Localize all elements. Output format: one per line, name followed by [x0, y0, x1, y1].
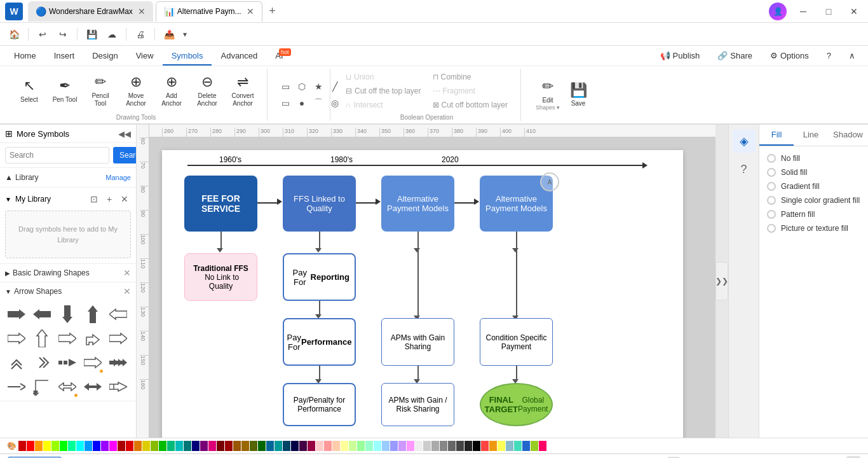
arrow-left-solid[interactable]: [31, 303, 53, 326]
arc-shape[interactable]: ⌒: [311, 95, 326, 111]
single-color-gradient-option[interactable]: Single color gradient fill: [767, 196, 860, 205]
star-shape[interactable]: ★: [311, 79, 326, 94]
color-swatch[interactable]: [498, 441, 505, 451]
color-swatch[interactable]: [506, 441, 513, 451]
arrow-down-left[interactable]: [31, 375, 53, 398]
color-swatch[interactable]: [118, 441, 125, 451]
save-local-button[interactable]: 💾: [83, 25, 100, 43]
color-swatch[interactable]: [142, 441, 150, 451]
condition-payment-box[interactable]: Condition Specific Payment: [480, 318, 553, 366]
arrow-right-flat[interactable]: [107, 327, 130, 350]
color-swatch[interactable]: [35, 441, 43, 451]
solid-fill-option[interactable]: Solid fill: [767, 168, 860, 177]
fill-tab[interactable]: Fill: [759, 125, 794, 146]
color-swatch[interactable]: [275, 441, 282, 451]
search-button[interactable]: Search: [113, 147, 137, 163]
fit-screen-button[interactable]: ⊡: [846, 456, 860, 459]
add-anchor-tool[interactable]: ⊕ Add Anchor: [155, 71, 188, 109]
right-collapse-button[interactable]: ❯❯: [715, 262, 728, 300]
apm1-box[interactable]: Altermative Payment Models: [381, 176, 454, 232]
basic-shapes-close[interactable]: ✕: [123, 268, 131, 278]
close-icon-btn[interactable]: ✕: [118, 193, 131, 205]
color-swatch[interactable]: [341, 441, 348, 451]
arrow-right-tab[interactable]: [81, 351, 104, 374]
color-swatch[interactable]: [390, 441, 398, 451]
color-swatch[interactable]: [167, 441, 175, 451]
arrow-left-right-outline[interactable]: [56, 375, 79, 398]
color-swatch[interactable]: [126, 441, 133, 451]
color-swatch[interactable]: [539, 441, 546, 451]
redo-button[interactable]: ↪: [54, 25, 72, 43]
color-swatch[interactable]: [93, 441, 100, 451]
color-swatch[interactable]: [374, 441, 381, 451]
arrow-stripe-right2[interactable]: [5, 375, 28, 398]
round-rect-shape[interactable]: ▭: [278, 95, 293, 111]
fragment-op[interactable]: ⋯ Fragment: [428, 85, 513, 97]
circle-shape[interactable]: ●: [294, 95, 309, 111]
fee-for-service-box[interactable]: FEE FOR SERVICE: [184, 176, 257, 232]
color-swatch[interactable]: [489, 441, 497, 451]
color-swatch[interactable]: [134, 441, 142, 451]
symbols-panel-header[interactable]: ⊞ More Symbols ◀◀: [0, 125, 136, 143]
color-swatch[interactable]: [109, 441, 117, 451]
color-swatch[interactable]: [465, 441, 472, 451]
expand-icon-btn[interactable]: ⊡: [88, 193, 100, 205]
apms-gain-sharing-box[interactable]: APMs with Gain Sharing: [381, 318, 454, 366]
color-swatch[interactable]: [283, 441, 290, 451]
ffs-linked-box[interactable]: FFS Linked to Quality: [283, 176, 356, 232]
color-swatch[interactable]: [440, 441, 447, 451]
arrow-turn-left[interactable]: [81, 327, 104, 350]
pay-performance-box[interactable]: Pay For Performance: [283, 318, 356, 366]
print-button[interactable]: 🖨: [132, 25, 149, 43]
move-anchor-tool[interactable]: ⊕ Move Anchor: [119, 71, 153, 109]
arrow-right-outline2[interactable]: [56, 327, 79, 350]
canvas-container[interactable]: 1960's 1980's 2020 FEE FOR SERVICE FFS L…: [149, 137, 715, 438]
color-swatch[interactable]: [217, 441, 224, 451]
cut-top-op[interactable]: ⊟ Cut off the top layer: [341, 85, 426, 97]
line-tab[interactable]: Line: [794, 125, 828, 146]
pay-reporting-box[interactable]: Pay For Reporting: [283, 253, 356, 301]
color-swatch[interactable]: [456, 441, 464, 451]
share-button[interactable]: 🔗 Share: [710, 47, 760, 64]
color-swatch[interactable]: [184, 441, 191, 451]
color-swatch[interactable]: [357, 441, 365, 451]
tab-ai[interactable]: AI hot: [266, 47, 292, 66]
color-swatch[interactable]: [60, 441, 67, 451]
convert-anchor-tool[interactable]: ⇌ Convert Anchor: [226, 71, 259, 109]
no-fill-option[interactable]: No fill: [767, 154, 860, 163]
pen-tool[interactable]: ✒ Pen Tool: [48, 75, 81, 106]
home-button[interactable]: 🏠: [5, 25, 23, 43]
rect-shape[interactable]: ▭: [278, 79, 293, 94]
color-swatch[interactable]: [76, 441, 84, 451]
color-swatch[interactable]: [241, 441, 249, 451]
color-swatch[interactable]: [200, 441, 208, 451]
pay-penalty-box[interactable]: Pay/Penalty for Performance: [283, 383, 356, 426]
library-header[interactable]: ▲ Library Manage: [5, 170, 131, 184]
arrow-striped-right[interactable]: [56, 351, 79, 374]
close-button[interactable]: ✕: [845, 3, 863, 20]
new-tab-button[interactable]: +: [265, 4, 280, 19]
color-swatch[interactable]: [151, 441, 158, 451]
color-swatch[interactable]: [423, 441, 431, 451]
options-button[interactable]: ⚙ Options: [763, 47, 817, 64]
export-button[interactable]: 📤: [160, 25, 178, 43]
color-swatch[interactable]: [324, 441, 332, 451]
tab-advanced[interactable]: Advanced: [212, 47, 266, 66]
arrow-up-solid[interactable]: [81, 303, 104, 326]
save-cloud-button[interactable]: ☁: [103, 25, 121, 43]
intersect-op[interactable]: ∩ Intersect: [341, 99, 426, 111]
cut-bottom-op[interactable]: ⊠ Cut off bottom layer: [428, 99, 513, 111]
basic-shapes-header[interactable]: ▶ Basic Drawing Shapes ✕: [0, 264, 136, 282]
color-swatch[interactable]: [291, 441, 299, 451]
color-swatch[interactable]: [349, 441, 356, 451]
arrow-left-outline[interactable]: [107, 303, 130, 326]
shadow-tab[interactable]: Shadow: [828, 125, 868, 146]
color-swatch[interactable]: [225, 441, 233, 451]
arrow-chevron-up[interactable]: [5, 351, 28, 374]
undo-button[interactable]: ↩: [34, 25, 51, 43]
save-button[interactable]: 💾 Save: [564, 80, 592, 110]
delete-anchor-tool[interactable]: ⊖ Delete Anchor: [191, 71, 224, 109]
picture-fill-option[interactable]: Picture or texture fill: [767, 224, 860, 233]
color-swatch[interactable]: [398, 441, 406, 451]
color-swatch[interactable]: [473, 441, 480, 451]
